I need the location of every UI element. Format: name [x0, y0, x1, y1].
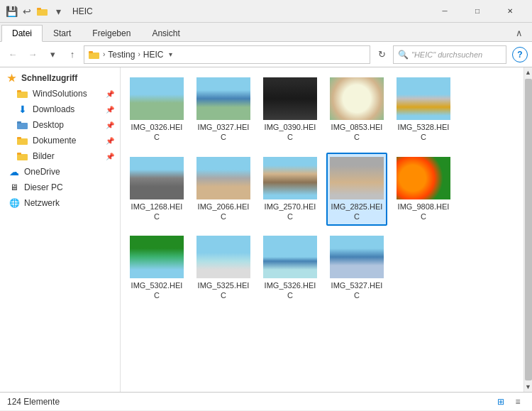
file-item[interactable]: IMG_0853.HEIC — [326, 73, 387, 147]
sidebar: ★ Schnellzugriff WindSolutions 📌 ⬇ Downl… — [0, 67, 121, 392]
pin-icon-dokumente: 📌 — [106, 137, 114, 145]
sidebar-label-dokumente: Dokumente — [33, 136, 101, 146]
sidebar-item-schnellzugriff[interactable]: ★ Schnellzugriff — [0, 70, 120, 86]
sidebar-item-windsolutions[interactable]: WindSolutions 📌 — [0, 86, 120, 102]
file-item[interactable]: IMG_5328.HEIC — [393, 73, 454, 147]
file-item[interactable]: IMG_2570.HEIC — [260, 153, 321, 226]
back-button[interactable]: ← — [4, 46, 21, 63]
file-thumbnail — [397, 157, 450, 199]
vertical-scrollbar[interactable]: ▲ ▼ — [523, 67, 532, 392]
sidebar-label-windsolutions: WindSolutions — [33, 89, 101, 99]
sidebar-item-downloads[interactable]: ⬇ Downloads 📌 — [0, 102, 120, 117]
path-segment-heic[interactable]: HEIC — [143, 50, 164, 60]
desktop-folder-icon — [17, 119, 28, 131]
downloads-icon: ⬇ — [17, 104, 28, 115]
svg-rect-9 — [17, 137, 21, 139]
file-name: IMG_1268.HEIC — [131, 202, 183, 222]
file-name: IMG_0390.HEIC — [264, 122, 316, 143]
file-item[interactable]: IMG_1268.HEIC — [126, 153, 187, 226]
file-item[interactable]: IMG_0390.HEIC — [260, 73, 321, 147]
file-thumbnail — [263, 77, 317, 120]
help-button[interactable]: ? — [512, 47, 528, 62]
sidebar-item-desktop[interactable]: Desktop 📌 — [0, 117, 120, 133]
file-thumbnail — [330, 77, 384, 120]
sidebar-item-dokumente[interactable]: Dokumente 📌 — [0, 133, 120, 148]
save-icon[interactable]: 💾 — [6, 6, 17, 17]
file-thumbnail — [196, 77, 250, 120]
ribbon-chevron-up[interactable]: ∧ — [511, 24, 528, 41]
file-item[interactable]: IMG_9808.HEIC — [393, 153, 454, 226]
pin-icon-windsolutions: 📌 — [106, 90, 114, 98]
address-path-bar[interactable]: › Testing › HEIC ▾ — [84, 45, 370, 64]
list-view-button[interactable]: ≡ — [511, 395, 525, 409]
addressbar: ← → ▾ ↑ › Testing › HEIC ▾ ↻ 🔍 "HEIC" du… — [0, 42, 532, 67]
minimize-button[interactable]: ─ — [428, 0, 461, 23]
undo-icon[interactable]: ↩ — [21, 6, 33, 17]
ribbon-tabs: Datei Start Freigeben Ansicht ∧ — [0, 23, 532, 41]
tab-start[interactable]: Start — [43, 25, 82, 41]
tab-datei[interactable]: Datei — [1, 25, 43, 42]
svg-rect-5 — [17, 90, 21, 92]
grid-view-button[interactable]: ⊞ — [494, 395, 508, 409]
svg-rect-8 — [17, 138, 28, 145]
file-item[interactable]: IMG_5326.HEIC — [260, 231, 321, 305]
pin-icon-downloads: 📌 — [106, 106, 114, 114]
path-dropdown-chevron[interactable]: ▾ — [169, 50, 172, 58]
main-area: ★ Schnellzugriff WindSolutions 📌 ⬇ Downl… — [0, 67, 532, 392]
sidebar-label-dieser-pc: Dieser PC — [24, 182, 114, 192]
sidebar-item-dieser-pc[interactable]: 🖥 Dieser PC — [0, 180, 120, 195]
dropdown-recent-btn[interactable]: ▾ — [44, 46, 61, 63]
file-thumbnail — [397, 77, 450, 120]
statusbar: 124 Elemente ⊞ ≡ — [0, 392, 532, 410]
file-item[interactable]: IMG_2066.HEIC — [193, 153, 254, 226]
titlebar-title: HEIC — [70, 6, 428, 16]
path-chevron: › — [138, 50, 140, 58]
file-thumbnail — [263, 236, 317, 278]
pin-icon-desktop: 📌 — [106, 121, 114, 129]
path-segment-testing[interactable]: Testing — [108, 50, 135, 60]
item-count: 124 Elemente — [7, 397, 60, 407]
svg-rect-3 — [89, 51, 93, 53]
maximize-button[interactable]: □ — [461, 0, 494, 23]
sidebar-label-netzwerk: Netzwerk — [24, 198, 114, 208]
forward-button[interactable]: → — [24, 46, 41, 63]
search-icon: 🔍 — [398, 50, 409, 60]
close-button[interactable]: ✕ — [494, 0, 526, 23]
file-name: IMG_0327.HEIC — [197, 122, 250, 143]
file-name: IMG_2825.HEIC — [331, 202, 383, 222]
file-thumbnail — [330, 157, 384, 199]
tab-freigeben[interactable]: Freigeben — [82, 25, 141, 41]
file-name: IMG_9808.HEIC — [397, 202, 450, 222]
svg-rect-2 — [89, 53, 99, 59]
scroll-thumb[interactable] — [525, 79, 532, 380]
star-icon: ★ — [6, 72, 17, 84]
file-item[interactable]: IMG_0326.HEIC — [126, 73, 187, 147]
path-arrow: › — [103, 50, 105, 58]
file-name: IMG_0326.HEIC — [131, 122, 183, 143]
sidebar-label-downloads: Downloads — [33, 104, 101, 114]
computer-icon: 🖥 — [9, 182, 20, 193]
up-button[interactable]: ↑ — [64, 46, 81, 63]
file-item[interactable]: IMG_0327.HEIC — [193, 73, 254, 147]
sidebar-item-bilder[interactable]: Bilder 📌 — [0, 148, 120, 164]
window-controls: ─ □ ✕ — [428, 0, 526, 23]
refresh-button[interactable]: ↻ — [373, 46, 390, 63]
file-item[interactable]: IMG_5302.HEIC — [126, 231, 187, 305]
scroll-up-arrow[interactable]: ▲ — [525, 67, 532, 77]
dropdown-arrow-titlebar[interactable]: ▾ — [52, 6, 64, 17]
file-item[interactable]: IMG_2825.HEIC — [326, 153, 387, 226]
file-grid: IMG_0326.HEICIMG_0327.HEICIMG_0390.HEICI… — [126, 73, 518, 305]
scroll-down-arrow[interactable]: ▼ — [525, 382, 532, 392]
file-item[interactable]: IMG_5325.HEIC — [193, 231, 254, 305]
sidebar-label-onedrive: OneDrive — [24, 167, 114, 177]
svg-rect-0 — [37, 9, 48, 16]
search-box[interactable]: 🔍 "HEIC" durchsuchen — [393, 45, 506, 64]
file-thumbnail — [263, 157, 317, 199]
tab-ansicht[interactable]: Ansicht — [141, 25, 190, 41]
sidebar-item-netzwerk[interactable]: 🌐 Netzwerk — [0, 195, 120, 211]
file-name: IMG_2570.HEIC — [264, 202, 316, 222]
file-item[interactable]: IMG_5327.HEIC — [326, 231, 387, 305]
file-name: IMG_5328.HEIC — [397, 122, 450, 143]
sidebar-item-onedrive[interactable]: ☁ OneDrive — [0, 164, 120, 180]
ribbon: Datei Start Freigeben Ansicht ∧ — [0, 23, 532, 42]
